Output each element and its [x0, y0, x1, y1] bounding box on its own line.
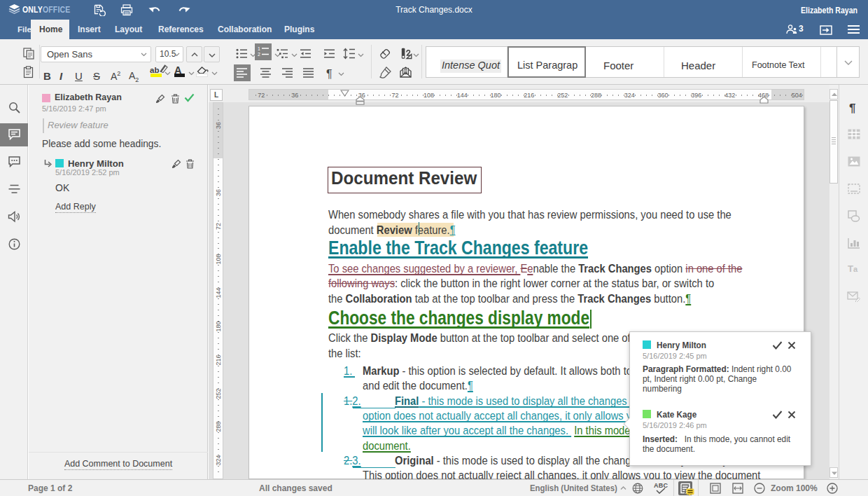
svg-text:1: 1	[258, 46, 260, 51]
svg-text:2: 2	[258, 52, 260, 57]
